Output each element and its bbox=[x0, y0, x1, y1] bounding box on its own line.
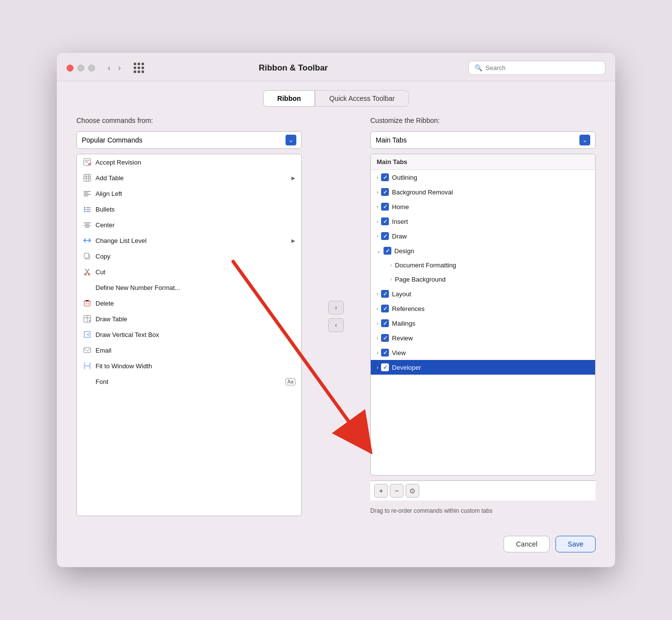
cmd-delete[interactable]: Delete bbox=[77, 295, 301, 311]
ribbon-item-mailings-label: Mailings bbox=[392, 320, 415, 327]
ribbon-item-background-removal[interactable]: › Background Removal bbox=[371, 185, 595, 199]
layout-chevron: › bbox=[377, 291, 378, 297]
cmd-copy-label: Copy bbox=[96, 253, 110, 260]
cmd-delete-label: Delete bbox=[96, 300, 114, 307]
home-checkbox[interactable] bbox=[381, 203, 389, 211]
window: ‹ › Ribbon & Toolbar 🔍 Ribbon Quick Acce… bbox=[57, 53, 615, 567]
view-checkbox[interactable] bbox=[381, 349, 389, 357]
command-list[interactable]: Accept Revision Add Table ▶ Align Left bbox=[76, 154, 302, 516]
ribbon-more-button[interactable]: ⊙ bbox=[406, 484, 419, 498]
cmd-accept-revision-label: Accept Revision bbox=[96, 159, 141, 166]
ribbon-item-design[interactable]: ⌄ Design bbox=[371, 243, 595, 258]
page-background-chevron: › bbox=[390, 277, 392, 282]
remove-from-ribbon-button[interactable]: ‹ bbox=[328, 318, 344, 332]
ribbon-item-home[interactable]: › Home bbox=[371, 199, 595, 214]
forward-button[interactable]: › bbox=[115, 63, 123, 73]
cmd-add-table-icon bbox=[83, 173, 92, 182]
tab-ribbon[interactable]: Ribbon bbox=[263, 90, 315, 107]
save-button[interactable]: Save bbox=[555, 536, 596, 552]
ribbon-item-outlining[interactable]: › Outlining bbox=[371, 170, 595, 185]
cmd-align-left[interactable]: Align Left bbox=[77, 186, 301, 201]
cmd-cut-icon bbox=[83, 267, 92, 276]
ribbon-item-review-label: Review bbox=[392, 334, 413, 342]
cmd-draw-vertical-text-box[interactable]: A Draw Vertical Text Box bbox=[77, 327, 301, 342]
cmd-center-icon bbox=[83, 220, 92, 229]
ribbon-item-view[interactable]: › View bbox=[371, 345, 595, 360]
ribbon-item-review[interactable]: › Review bbox=[371, 331, 595, 345]
cmd-font[interactable]: Font Aa bbox=[77, 374, 301, 389]
content-area: Choose commands from: Popular Commands ⌄… bbox=[57, 107, 615, 526]
design-checkbox[interactable] bbox=[384, 247, 391, 255]
cmd-fit-window-width[interactable]: Fit to Window Width bbox=[77, 358, 301, 374]
ribbon-item-layout-label: Layout bbox=[392, 290, 411, 298]
maximize-button[interactable] bbox=[88, 65, 95, 72]
cmd-center[interactable]: Center bbox=[77, 217, 301, 233]
cmd-cut-label: Cut bbox=[96, 268, 105, 276]
ribbon-item-mailings[interactable]: › Mailings bbox=[371, 316, 595, 331]
references-checkbox[interactable] bbox=[381, 305, 389, 312]
cmd-draw-table[interactable]: Draw Table bbox=[77, 311, 301, 327]
add-to-ribbon-button[interactable]: › bbox=[328, 301, 344, 314]
cmd-define-number-format[interactable]: Define New Number Format... bbox=[77, 280, 301, 295]
search-icon: 🔍 bbox=[475, 64, 482, 72]
cmd-change-list-level-label: Change List Level bbox=[96, 237, 146, 244]
mailings-checkbox[interactable] bbox=[381, 319, 389, 327]
cmd-cut[interactable]: Cut bbox=[77, 264, 301, 280]
cmd-font-label: Font bbox=[96, 378, 108, 385]
svg-rect-1 bbox=[84, 174, 91, 181]
close-button[interactable] bbox=[67, 65, 73, 72]
cmd-accept-revision[interactable]: Accept Revision bbox=[77, 154, 301, 170]
ribbon-item-draw[interactable]: › Draw bbox=[371, 229, 595, 243]
cmd-copy[interactable]: Copy bbox=[77, 248, 301, 264]
tab-bar: Ribbon Quick Access Toolbar bbox=[57, 81, 615, 107]
layout-checkbox[interactable] bbox=[381, 290, 389, 298]
ribbon-item-references[interactable]: › References bbox=[371, 301, 595, 316]
ribbon-item-doc-formatting[interactable]: › Document Formatting bbox=[371, 258, 595, 272]
ribbon-dropdown[interactable]: Main Tabs ⌄ bbox=[370, 131, 596, 149]
cmd-add-table-label: Add Table bbox=[96, 174, 124, 182]
left-panel-label: Choose commands from: bbox=[76, 117, 302, 124]
ribbon-item-page-background-label: Page Background bbox=[395, 276, 445, 283]
ribbon-toolbar: + − ⊙ bbox=[370, 480, 596, 501]
cmd-fit-window-width-icon bbox=[83, 361, 92, 370]
back-button[interactable]: ‹ bbox=[105, 63, 113, 73]
cmd-draw-vertical-text-box-icon: A bbox=[83, 330, 92, 339]
review-checkbox[interactable] bbox=[381, 334, 389, 342]
window-title: Ribbon & Toolbar bbox=[124, 63, 462, 73]
cmd-email[interactable]: Email bbox=[77, 342, 301, 358]
developer-chevron: › bbox=[377, 365, 378, 370]
ribbon-item-outlining-label: Outlining bbox=[392, 174, 417, 181]
cmd-add-table[interactable]: Add Table ▶ bbox=[77, 170, 301, 186]
insert-checkbox[interactable] bbox=[381, 217, 389, 225]
cmd-change-list-level[interactable]: Change List Level ▶ bbox=[77, 233, 301, 248]
minimize-button[interactable] bbox=[77, 65, 84, 72]
draw-checkbox[interactable] bbox=[381, 232, 389, 240]
cmd-bullets[interactable]: Bullets bbox=[77, 201, 301, 217]
search-input[interactable] bbox=[485, 64, 599, 72]
ribbon-add-button[interactable]: + bbox=[374, 484, 388, 498]
outlining-checkbox[interactable] bbox=[381, 173, 389, 181]
ribbon-item-draw-label: Draw bbox=[392, 233, 407, 240]
svg-rect-32 bbox=[84, 348, 91, 353]
bottom-buttons: Cancel Save bbox=[57, 526, 615, 567]
ribbon-remove-button[interactable]: − bbox=[390, 484, 404, 498]
developer-checkbox[interactable] bbox=[381, 363, 389, 371]
ribbon-dropdown-value: Main Tabs bbox=[376, 136, 407, 144]
ribbon-item-developer[interactable]: › Developer bbox=[371, 360, 595, 375]
commands-dropdown[interactable]: Popular Commands ⌄ bbox=[76, 131, 302, 149]
references-chevron: › bbox=[377, 306, 378, 311]
ribbon-item-layout[interactable]: › Layout bbox=[371, 286, 595, 301]
cmd-define-number-format-label: Define New Number Format... bbox=[96, 284, 180, 291]
ribbon-item-insert[interactable]: › Insert bbox=[371, 214, 595, 229]
ribbon-item-design-label: Design bbox=[394, 247, 414, 255]
search-bar[interactable]: 🔍 bbox=[468, 61, 605, 75]
ribbon-list[interactable]: Main Tabs › Outlining › Background Remov… bbox=[370, 154, 596, 476]
cmd-delete-icon bbox=[83, 299, 92, 308]
traffic-lights bbox=[67, 65, 95, 72]
ribbon-item-page-background[interactable]: › Page Background bbox=[371, 272, 595, 286]
cancel-button[interactable]: Cancel bbox=[504, 536, 550, 552]
tab-quick-access[interactable]: Quick Access Toolbar bbox=[315, 90, 409, 107]
cmd-define-number-format-icon bbox=[83, 283, 92, 292]
svg-point-12 bbox=[84, 209, 86, 211]
background-removal-checkbox[interactable] bbox=[381, 188, 389, 196]
